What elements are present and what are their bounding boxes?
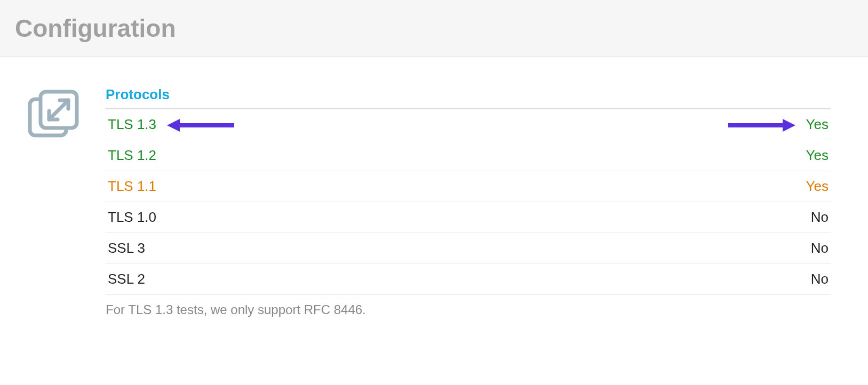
table-row: SSL 3No — [106, 233, 831, 264]
section-title: Protocols — [106, 86, 831, 103]
footnote: For TLS 1.3 tests, we only support RFC 8… — [106, 295, 831, 317]
protocol-value: No — [507, 202, 831, 233]
main-column: Protocols TLS 1.3YesTLS 1.2YesTLS 1.1Yes… — [90, 86, 831, 317]
content: Protocols TLS 1.3YesTLS 1.2YesTLS 1.1Yes… — [0, 57, 868, 339]
icon-column — [26, 86, 90, 317]
protocol-name: TLS 1.2 — [106, 140, 507, 171]
highlight-arrow-left-icon — [167, 116, 236, 132]
protocol-value: No — [507, 233, 831, 264]
protocol-value: No — [507, 264, 831, 295]
protocol-name: SSL 2 — [106, 264, 507, 295]
protocol-name: TLS 1.1 — [106, 171, 507, 202]
protocol-value: Yes — [507, 109, 831, 140]
table-row: TLS 1.3Yes — [106, 109, 831, 140]
header-bar: Configuration — [0, 0, 868, 57]
svg-marker-4 — [167, 119, 180, 132]
page-title: Configuration — [15, 14, 853, 43]
protocols-table: TLS 1.3YesTLS 1.2YesTLS 1.1YesTLS 1.0NoS… — [106, 108, 831, 295]
svg-marker-6 — [783, 119, 795, 132]
table-row: SSL 2No — [106, 264, 831, 295]
protocol-name: TLS 1.3 — [106, 109, 507, 140]
protocol-name: SSL 3 — [106, 233, 507, 264]
table-row: TLS 1.1Yes — [106, 171, 831, 202]
connection-icon — [26, 135, 81, 145]
highlight-arrow-right-icon — [726, 116, 795, 132]
table-row: TLS 1.0No — [106, 202, 831, 233]
protocol-name: TLS 1.0 — [106, 202, 507, 233]
protocol-value: Yes — [507, 140, 831, 171]
protocol-value: Yes — [507, 171, 831, 202]
table-row: TLS 1.2Yes — [106, 140, 831, 171]
